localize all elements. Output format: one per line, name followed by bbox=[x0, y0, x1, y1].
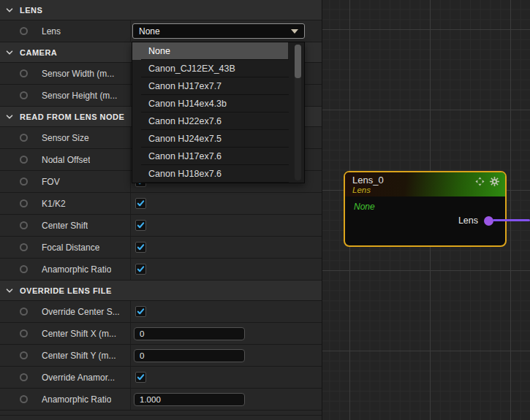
property-row: Focal Distance bbox=[0, 237, 322, 259]
lens-node[interactable]: Lens_0 Lens bbox=[344, 171, 507, 247]
checkbox[interactable] bbox=[135, 220, 146, 231]
property-row-value-cell bbox=[131, 237, 322, 258]
dropdown-scrollbar-thumb[interactable] bbox=[295, 45, 301, 78]
property-row-value-cell bbox=[131, 367, 322, 388]
dropdown-option[interactable]: Canon HJ14ex4.3b bbox=[132, 95, 288, 112]
checkbox[interactable] bbox=[135, 372, 146, 383]
property-row-label-cell: Override Center S... bbox=[0, 301, 131, 322]
property-row-label-cell: Nodal Offset bbox=[0, 149, 131, 170]
property-row-label-cell: K1/K2 bbox=[0, 193, 131, 214]
value-input[interactable] bbox=[134, 393, 245, 406]
chevron-down-icon bbox=[6, 114, 13, 120]
value-input[interactable] bbox=[134, 349, 245, 362]
property-label: Center Shift Y (m... bbox=[42, 351, 116, 361]
property-row: K1/K2 bbox=[0, 193, 322, 215]
reset-to-default-icon[interactable] bbox=[20, 177, 28, 186]
property-label: Center Shift X (m... bbox=[42, 329, 116, 339]
section-title: LENS bbox=[20, 6, 42, 15]
property-label: Sensor Width (m... bbox=[42, 69, 114, 79]
combobox-selected-value: None bbox=[139, 26, 160, 37]
dropdown-option[interactable]: Canon HJ17ex7.7 bbox=[132, 77, 288, 95]
property-label: Anamorphic Ratio bbox=[42, 264, 111, 275]
property-label: Lens bbox=[42, 26, 61, 37]
property-row-label-cell: Focal Distance bbox=[0, 237, 131, 258]
property-row-label-cell: Anamorphic Ratio bbox=[0, 259, 131, 280]
property-row-value-cell bbox=[131, 215, 322, 236]
reset-to-default-icon[interactable] bbox=[20, 156, 28, 164]
property-row-value-cell bbox=[131, 323, 322, 344]
reset-to-default-icon[interactable] bbox=[20, 308, 28, 316]
dropdown-arrow-icon bbox=[291, 29, 298, 34]
property-label: Center Shift bbox=[42, 221, 88, 231]
reset-to-default-icon[interactable] bbox=[20, 134, 28, 142]
dropdown-scrollbar[interactable] bbox=[295, 45, 301, 180]
chevron-down-icon bbox=[6, 7, 13, 13]
property-row-value-cell bbox=[131, 193, 322, 214]
reset-to-default-icon[interactable] bbox=[20, 27, 28, 35]
dropdown-option[interactable]: None bbox=[132, 42, 288, 60]
node-graph-canvas[interactable]: Lens_0 Lens bbox=[322, 0, 530, 420]
dropdown-option[interactable]: Canon HJ22ex7.6 bbox=[132, 112, 288, 130]
property-label: Anamorphic Ratio bbox=[42, 394, 111, 405]
section-title: OVERRIDE LENS FILE bbox=[20, 286, 112, 295]
property-row-value-cell bbox=[131, 389, 322, 410]
reset-to-default-icon[interactable] bbox=[20, 395, 28, 403]
reset-to-default-icon[interactable] bbox=[20, 221, 28, 229]
checkbox[interactable] bbox=[135, 198, 146, 209]
dropdown-option[interactable]: Canon HJ24ex7.5 bbox=[132, 130, 288, 148]
property-label: K1/K2 bbox=[42, 199, 66, 209]
lens-combobox[interactable]: None bbox=[132, 23, 305, 39]
dropdown-option[interactable]: Canon_CJ12EX_43B bbox=[132, 60, 288, 77]
property-row-value-cell: None bbox=[131, 20, 322, 42]
property-label: Override Anamor... bbox=[42, 373, 115, 383]
property-row-value-cell bbox=[131, 259, 322, 280]
property-label: Sensor Size bbox=[42, 133, 89, 143]
property-label: Focal Distance bbox=[42, 243, 99, 253]
reset-to-default-icon[interactable] bbox=[20, 265, 28, 273]
reset-to-default-icon[interactable] bbox=[20, 199, 28, 207]
section-header[interactable]: LENS bbox=[0, 0, 322, 20]
lens-dropdown-list: NoneCanon_CJ12EX_43BCanon HJ17ex7.7Canon… bbox=[132, 42, 305, 183]
property-row: Center Shift bbox=[0, 215, 322, 237]
move-icon[interactable] bbox=[475, 177, 485, 186]
reset-to-default-icon[interactable] bbox=[20, 91, 28, 99]
reset-to-default-icon[interactable] bbox=[20, 351, 28, 359]
chevron-down-icon bbox=[6, 288, 13, 294]
node-lens-value: None bbox=[354, 202, 375, 212]
section-header[interactable]: OVERRIDE LENS FILE bbox=[0, 280, 322, 301]
reset-to-default-icon[interactable] bbox=[20, 243, 28, 251]
node-header-icons bbox=[475, 177, 499, 186]
checkmark-icon bbox=[137, 373, 145, 381]
property-row-label-cell: Sensor Size bbox=[0, 127, 131, 148]
property-row-label-cell: FOV bbox=[0, 171, 131, 192]
property-row-label-cell: Lens bbox=[0, 20, 131, 42]
checkbox[interactable] bbox=[135, 242, 146, 253]
property-row: LensNone bbox=[0, 20, 322, 42]
connection-wire[interactable] bbox=[493, 219, 530, 221]
checkbox[interactable] bbox=[135, 306, 146, 317]
output-port-dot[interactable] bbox=[484, 216, 493, 226]
property-row-label-cell: Override Anamor... bbox=[0, 367, 131, 388]
dropdown-option[interactable]: Canon HJ18ex7.6 bbox=[132, 165, 288, 183]
value-input[interactable] bbox=[134, 327, 245, 340]
property-row-value-cell bbox=[131, 345, 322, 366]
property-row: Center Shift Y (m... bbox=[0, 345, 322, 367]
lens-node-header[interactable]: Lens_0 Lens bbox=[345, 172, 505, 196]
checkmark-icon bbox=[137, 199, 145, 207]
checkmark-icon bbox=[137, 221, 145, 229]
output-port-lens[interactable]: Lens bbox=[458, 215, 493, 226]
checkbox[interactable] bbox=[135, 264, 146, 275]
property-row: Anamorphic Ratio bbox=[0, 389, 322, 411]
gear-icon[interactable] bbox=[490, 177, 499, 186]
property-row: Anamorphic Ratio bbox=[0, 259, 322, 280]
dropdown-option[interactable]: Canon HJ17ex7.6 bbox=[132, 148, 288, 165]
property-label: Override Center S... bbox=[42, 307, 120, 317]
section-title: READ FROM LENS NODE bbox=[20, 112, 124, 121]
reset-to-default-icon[interactable] bbox=[20, 329, 28, 337]
chevron-down-icon bbox=[6, 50, 13, 56]
property-row-label-cell: Center Shift X (m... bbox=[0, 323, 131, 344]
checkmark-icon bbox=[137, 265, 145, 273]
reset-to-default-icon[interactable] bbox=[20, 69, 28, 77]
property-row: Override Anamor... bbox=[0, 367, 322, 389]
reset-to-default-icon[interactable] bbox=[20, 373, 28, 381]
